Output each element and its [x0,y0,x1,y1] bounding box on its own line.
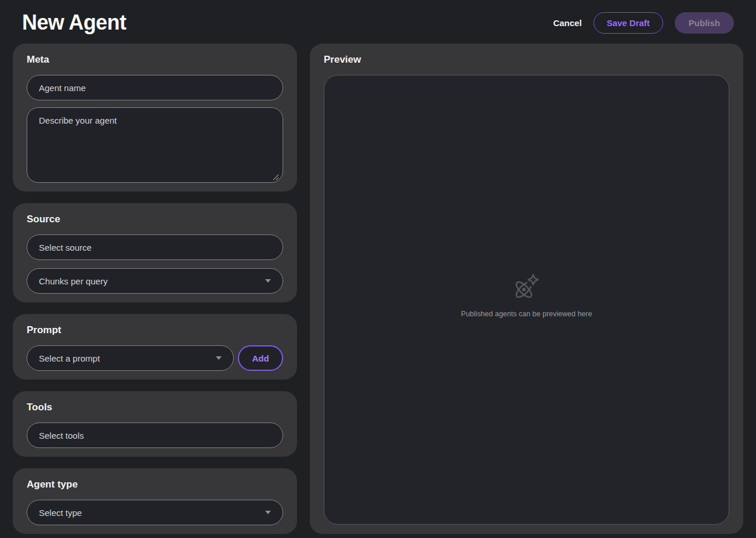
atom-sparkle-icon [511,272,541,305]
tools-section-title: Tools [27,402,283,413]
cancel-button[interactable]: Cancel [553,18,581,28]
save-draft-button[interactable]: Save Draft [594,12,663,34]
agent-description-textarea[interactable] [27,107,283,183]
form-column: Meta Source Chunks per query [13,44,297,534]
chunks-per-query-select[interactable]: Chunks per query [27,268,283,294]
meta-section-title: Meta [27,55,283,65]
preview-empty-state: Published agents can be previewed here [461,272,592,318]
publish-button[interactable]: Publish [675,12,734,34]
tools-section: Tools [13,391,297,457]
new-agent-page: New Agent Cancel Save Draft Publish Meta [0,0,756,534]
chevron-down-icon [265,511,271,514]
page-title: New Agent [22,10,126,35]
source-section: Source Chunks per query [13,203,297,302]
agent-type-select[interactable]: Select type [27,500,283,525]
select-source-input[interactable] [27,234,283,260]
preview-panel: Preview [310,44,743,534]
prompt-select-value: Select a prompt [39,353,100,363]
prompt-row: Select a prompt Add [27,345,283,371]
chunks-per-query-value: Chunks per query [39,276,107,286]
meta-section: Meta [13,44,297,192]
header: New Agent Cancel Save Draft Publish [0,0,756,39]
agent-name-input[interactable] [27,75,283,100]
prompt-select[interactable]: Select a prompt [27,345,234,371]
agent-description-wrap [27,107,283,183]
chevron-down-icon [216,356,222,360]
main-content: Meta Source Chunks per query [13,44,743,534]
agent-type-section: Agent type Select type [13,468,297,534]
preview-area: Published agents can be previewed here [324,75,729,525]
prompt-section: Prompt Select a prompt Add [13,314,297,380]
select-tools-input[interactable] [27,423,283,448]
header-actions: Cancel Save Draft Publish [553,12,734,34]
agent-type-select-value: Select type [39,508,82,518]
prompt-section-title: Prompt [27,325,283,335]
preview-panel-title: Preview [324,55,729,65]
add-prompt-button[interactable]: Add [238,345,283,371]
chevron-down-icon [265,279,271,283]
resize-grip-icon[interactable] [273,172,279,179]
source-section-title: Source [27,214,283,225]
preview-empty-message: Published agents can be previewed here [461,310,592,318]
agent-type-section-title: Agent type [27,479,283,490]
